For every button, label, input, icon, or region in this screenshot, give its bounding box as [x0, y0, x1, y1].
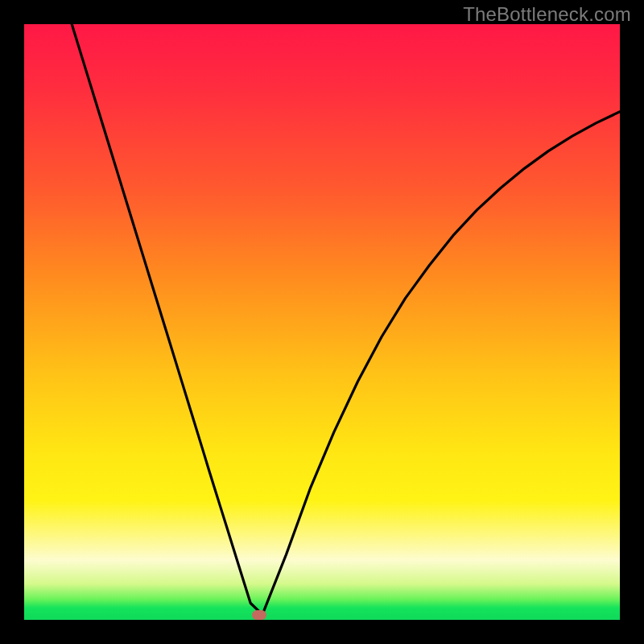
watermark-text: TheBottleneck.com [463, 3, 631, 26]
optimum-marker [252, 610, 266, 620]
curve-path [72, 24, 620, 614]
curve-svg [24, 24, 620, 620]
chart-frame: TheBottleneck.com [0, 0, 644, 644]
plot-area [24, 24, 620, 620]
